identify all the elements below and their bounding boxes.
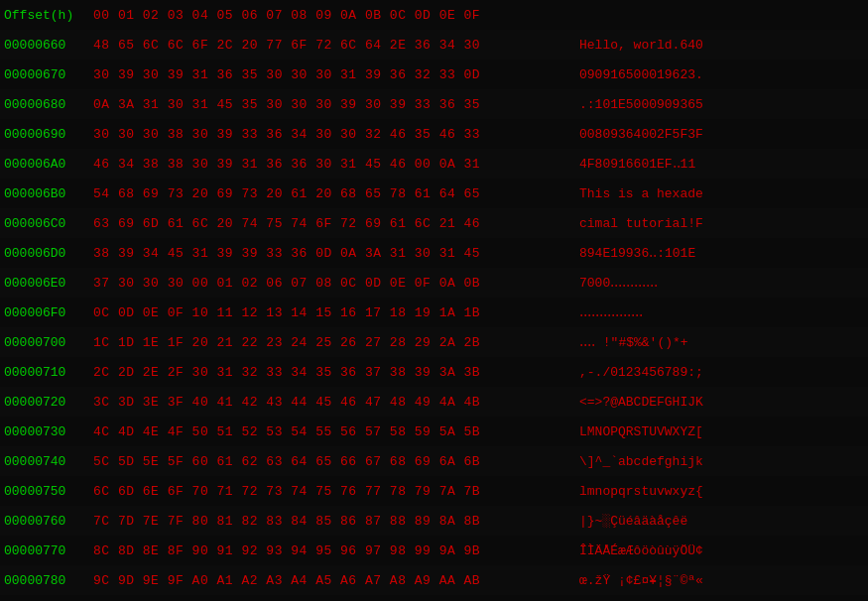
table-row: 000006800A 3A 31 30 31 45 35 30 30 30 39… <box>0 89 868 119</box>
row-ascii: <=>?@ABCDEFGHIJK <box>579 395 864 410</box>
row-bytes: 30 30 30 38 30 39 33 36 34 30 30 32 46 3… <box>93 127 579 142</box>
row-offset: 000006F0 <box>4 305 93 320</box>
row-bytes: 8C 8D 8E 8F 90 91 92 93 94 95 96 97 98 9… <box>93 543 579 558</box>
row-ascii: LMNOPQRSTUVWXYZ[ <box>579 424 864 439</box>
row-offset: 00000680 <box>4 97 93 112</box>
hex-viewer: Offset(h) 00 01 02 03 04 05 06 07 08 09 … <box>0 0 868 601</box>
row-ascii: ․․․․ !"#$%&'()*+ <box>579 334 864 350</box>
row-offset: 00000710 <box>4 365 93 380</box>
row-bytes: 2C 2D 2E 2F 30 31 32 33 34 35 36 37 38 3… <box>93 365 579 380</box>
row-offset: 000006A0 <box>4 157 93 172</box>
row-offset: 000006E0 <box>4 276 93 291</box>
row-offset: 000006D0 <box>4 246 93 261</box>
row-bytes: 46 34 38 38 30 39 31 36 36 30 31 45 46 0… <box>93 157 579 172</box>
row-offset: 000006C0 <box>4 216 93 231</box>
row-ascii: 00809364002F5F3F <box>579 127 864 142</box>
row-offset: 00000780 <box>4 573 93 588</box>
row-ascii: Hello, world.640 <box>579 38 864 53</box>
row-ascii: cimal tutorial!F <box>579 216 864 231</box>
row-bytes: 3C 3D 3E 3F 40 41 42 43 44 45 46 47 48 4… <box>93 395 579 410</box>
table-row: 000007708C 8D 8E 8F 90 91 92 93 94 95 96… <box>0 536 868 565</box>
row-bytes: 30 39 30 39 31 36 35 30 30 30 31 39 36 3… <box>93 67 579 82</box>
row-ascii: |}~░Çüéâäàåçêë <box>579 514 864 529</box>
row-offset: 00000770 <box>4 543 93 558</box>
table-row: 0000069030 30 30 38 30 39 33 36 34 30 30… <box>0 119 868 149</box>
row-ascii: This is a hexade <box>579 186 864 201</box>
row-bytes: 0A 3A 31 30 31 45 35 30 30 30 39 30 39 3… <box>93 97 579 112</box>
row-offset: 00000760 <box>4 514 93 529</box>
table-row: 000007809C 9D 9E 9F A0 A1 A2 A3 A4 A5 A6… <box>0 565 868 595</box>
row-ascii: ÎÌÄÅÉæÆôöòûùÿÖÜ¢ <box>579 543 864 558</box>
row-bytes: 48 65 6C 6C 6F 2C 20 77 6F 72 6C 64 2E 3… <box>93 38 579 53</box>
row-ascii: œ.žŸ ¡¢£¤¥¦§¨©ª« <box>579 573 864 588</box>
row-ascii: \]^_`abcdefghijk <box>579 454 864 469</box>
row-ascii: .:101E5000909365 <box>579 97 864 112</box>
row-offset: 00000660 <box>4 38 93 53</box>
row-bytes: 54 68 69 73 20 69 73 20 61 20 68 65 78 6… <box>93 186 579 201</box>
row-ascii: 7000․․․․․․․․․․․․ <box>579 275 864 291</box>
table-row: 000006E037 30 30 30 00 01 02 06 07 08 0C… <box>0 268 868 298</box>
table-row: 000007102C 2D 2E 2F 30 31 32 33 34 35 36… <box>0 357 868 387</box>
table-row: 0000066048 65 6C 6C 6F 2C 20 77 6F 72 6C… <box>0 30 868 60</box>
row-offset: 00000750 <box>4 484 93 499</box>
row-ascii: ․․․․․․․․․․․․․․․․ <box>579 304 864 320</box>
row-bytes: 5C 5D 5E 5F 60 61 62 63 64 65 66 67 68 6… <box>93 454 579 469</box>
row-bytes: 4C 4D 4E 4F 50 51 52 53 54 55 56 57 58 5… <box>93 424 579 439</box>
table-row: 000007304C 4D 4E 4F 50 51 52 53 54 55 56… <box>0 417 868 446</box>
table-row: 000007405C 5D 5E 5F 60 61 62 63 64 65 66… <box>0 446 868 476</box>
row-offset: 00000690 <box>4 127 93 142</box>
table-row: 000006B054 68 69 73 20 69 73 20 61 20 68… <box>0 179 868 208</box>
row-ascii: ,-./0123456789:; <box>579 365 864 380</box>
row-bytes: 1C 1D 1E 1F 20 21 22 23 24 25 26 27 28 2… <box>93 335 579 350</box>
header-row: Offset(h) 00 01 02 03 04 05 06 07 08 09 … <box>0 0 868 30</box>
table-row: 000006F00C 0D 0E 0F 10 11 12 13 14 15 16… <box>0 298 868 327</box>
row-offset: 000006B0 <box>4 186 93 201</box>
table-row: 000006D038 39 34 45 31 39 39 33 36 0D 0A… <box>0 238 868 268</box>
column-headers: 00 01 02 03 04 05 06 07 08 09 0A 0B 0C 0… <box>93 8 579 23</box>
row-bytes: 9C 9D 9E 9F A0 A1 A2 A3 A4 A5 A6 A7 A8 A… <box>93 573 579 588</box>
row-offset: 00000700 <box>4 335 93 350</box>
row-offset: 00000730 <box>4 424 93 439</box>
table-row: 00000790AC AD AE AF B0 B1 B2 B3 B4 B5 B6… <box>0 595 868 601</box>
table-row: 000007203C 3D 3E 3F 40 41 42 43 44 45 46… <box>0 387 868 417</box>
row-bytes: 63 69 6D 61 6C 20 74 75 74 6F 72 69 61 6… <box>93 216 579 231</box>
row-bytes: 38 39 34 45 31 39 39 33 36 0D 0A 3A 31 3… <box>93 246 579 261</box>
table-row: 000007506C 6D 6E 6F 70 71 72 73 74 75 76… <box>0 476 868 506</box>
row-ascii: lmnopqrstuvwxyz{ <box>579 484 864 499</box>
row-ascii: 894E19936․․:101E <box>579 245 864 261</box>
table-row: 000007001C 1D 1E 1F 20 21 22 23 24 25 26… <box>0 327 868 357</box>
row-ascii: 4F80916601EF․․11 <box>579 156 864 172</box>
table-row: 0000067030 39 30 39 31 36 35 30 30 30 31… <box>0 60 868 89</box>
table-row: 000007607C 7D 7E 7F 80 81 82 83 84 85 86… <box>0 506 868 536</box>
row-offset: 00000740 <box>4 454 93 469</box>
row-bytes: 7C 7D 7E 7F 80 81 82 83 84 85 86 87 88 8… <box>93 514 579 529</box>
offset-header: Offset(h) <box>4 8 93 23</box>
row-bytes: 37 30 30 30 00 01 02 06 07 08 0C 0D 0E 0… <box>93 276 579 291</box>
row-bytes: 0C 0D 0E 0F 10 11 12 13 14 15 16 17 18 1… <box>93 305 579 320</box>
table-row: 000006C063 69 6D 61 6C 20 74 75 74 6F 72… <box>0 208 868 238</box>
table-row: 000006A046 34 38 38 30 39 31 36 36 30 31… <box>0 149 868 179</box>
row-ascii: 090916500019623. <box>579 67 864 82</box>
row-offset: 00000670 <box>4 67 93 82</box>
row-offset: 00000720 <box>4 395 93 410</box>
row-bytes: 6C 6D 6E 6F 70 71 72 73 74 75 76 77 78 7… <box>93 484 579 499</box>
